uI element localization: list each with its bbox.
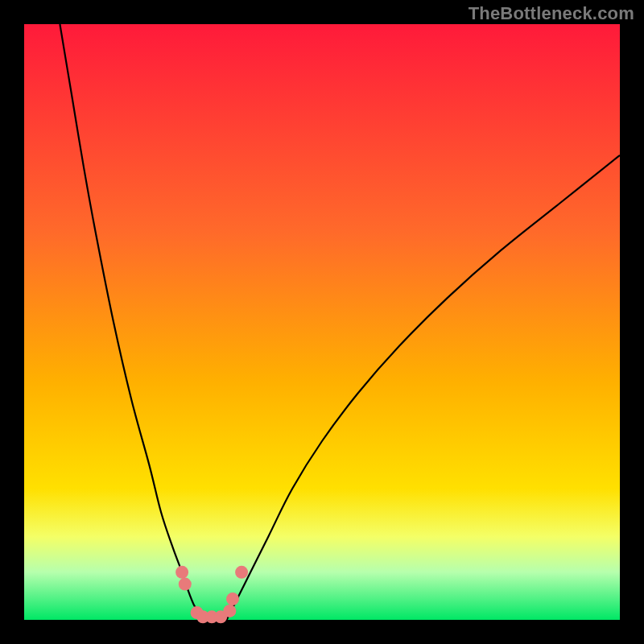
bottleneck-curve-left	[60, 24, 203, 620]
watermark-text: TheBottleneck.com	[469, 3, 634, 24]
scatter-dot	[235, 566, 248, 579]
curve-svg	[24, 24, 620, 620]
bottleneck-curve-right	[227, 155, 620, 620]
scatter-dots	[175, 566, 248, 624]
scatter-dot	[175, 566, 188, 579]
scatter-dot	[223, 605, 236, 617]
scatter-dot	[226, 592, 239, 605]
chart-frame: TheBottleneck.com	[0, 0, 644, 644]
plot-area	[24, 24, 620, 620]
scatter-dot	[179, 578, 192, 591]
